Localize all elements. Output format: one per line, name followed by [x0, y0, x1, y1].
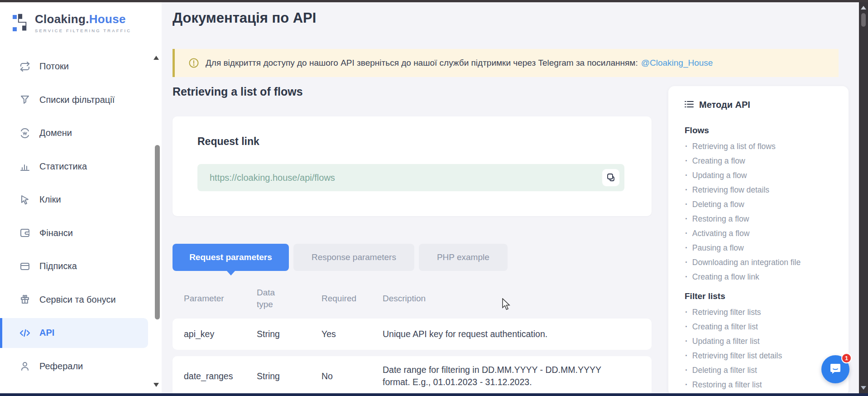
scroll-up-arrow[interactable] [861, 6, 866, 10]
logo-mark-icon [12, 12, 30, 36]
filter-icon [19, 94, 31, 105]
sidebar-item-clicks[interactable]: Кліки [0, 183, 162, 217]
sidebar-scroll-up-arrow[interactable] [153, 56, 159, 60]
sidebar-item-label: Сервіси та бонуси [39, 295, 116, 305]
method-link[interactable]: Activating a flow [668, 226, 849, 241]
flows-icon [19, 61, 31, 72]
section-title: Retrieving a list of flows [173, 85, 303, 98]
sidebar: Cloaking.House SERVICE FILTERING TRAFFIC… [0, 2, 162, 393]
methods-group-flows: Flows [685, 126, 849, 135]
sidebar-item-label: Статистика [39, 161, 87, 172]
request-url-box: https://cloaking.house/api/flows [197, 164, 624, 191]
table-row: date_ranges String No Date range for fil… [173, 356, 652, 396]
cell-parameter: api_key [184, 329, 257, 339]
method-link[interactable]: Creating a flow [668, 154, 849, 168]
column-header-parameter: Parameter [184, 294, 257, 304]
cell-data-type: String [257, 329, 321, 339]
sidebar-item-subscription[interactable]: Підписка [0, 250, 162, 283]
sidebar-item-label: Списки фільтрації [39, 95, 115, 105]
table-header: Parameter Data type Required Description [173, 279, 652, 319]
tab-request-parameters[interactable]: Request parameters [173, 244, 289, 271]
method-link[interactable]: Retrieving flow details [668, 183, 849, 197]
parameter-tabs: Request parameters Response parameters P… [173, 244, 508, 271]
request-url: https://cloaking.house/api/flows [210, 173, 335, 183]
request-link-title: Request link [197, 135, 259, 148]
cell-description: Unique API key for request authenticatio… [383, 328, 652, 340]
methods-list-flows: Retrieving a list of flows Creating a fl… [668, 139, 849, 284]
column-header-required: Required [321, 294, 383, 304]
copy-icon [606, 173, 615, 183]
method-link[interactable]: Retrieving filter lists [668, 305, 849, 319]
api-methods-header: Методи API [685, 100, 849, 110]
clicks-icon [19, 194, 31, 205]
logo[interactable]: Cloaking.House SERVICE FILTERING TRAFFIC [12, 12, 131, 36]
scrollbar-thumb[interactable] [861, 13, 866, 27]
page-scrollbar[interactable] [859, 2, 868, 393]
method-link[interactable]: Creating a filter list [668, 319, 849, 334]
tab-response-parameters[interactable]: Response parameters [293, 244, 414, 271]
method-link[interactable]: Creating a flow link [668, 270, 849, 284]
table-row: api_key String Yes Unique API key for re… [173, 319, 652, 350]
sidebar-scrollbar-thumb[interactable] [155, 145, 160, 319]
chat-icon [828, 361, 843, 377]
telegram-link[interactable]: @Cloaking_House [641, 58, 713, 68]
person-icon [19, 361, 31, 372]
brand-name: Cloaking.House [35, 12, 131, 26]
finances-icon [19, 227, 31, 238]
method-link[interactable]: Pausing a flow [668, 241, 849, 255]
api-methods-title: Методи API [699, 100, 750, 110]
gift-icon [19, 294, 31, 305]
scroll-down-arrow[interactable] [861, 386, 866, 390]
methods-group-filter-lists: Filter lists [685, 291, 849, 301]
sidebar-scroll-down-arrow[interactable] [153, 383, 159, 387]
method-link[interactable]: Retrieving filter list details [668, 348, 849, 363]
method-link[interactable]: Downloading an integration file [668, 255, 849, 270]
sidebar-item-label: Реферали [39, 361, 83, 372]
sidebar-item-referrals[interactable]: Реферали [0, 350, 162, 383]
method-link[interactable]: Restoring a flow [668, 212, 849, 226]
sidebar-item-flows[interactable]: Потоки [0, 50, 162, 83]
tab-php-example[interactable]: PHP example [419, 244, 508, 271]
sidebar-item-label: Кліки [39, 194, 61, 205]
sidebar-item-domains[interactable]: Домени [0, 116, 162, 150]
page-title: Документація по API [173, 10, 316, 26]
method-link[interactable]: Deleting a flow [668, 197, 849, 212]
cell-description: Date range for filtering in DD.MM.YYYY -… [383, 364, 652, 389]
method-link[interactable]: Retrieving a list of flows [668, 139, 849, 154]
sidebar-item-api[interactable]: API [0, 316, 162, 350]
column-header-description: Description [383, 294, 652, 304]
sidebar-item-label: Підписка [39, 261, 77, 271]
sidebar-item-statistics[interactable]: Статистика [0, 150, 162, 184]
copy-button[interactable] [602, 169, 619, 186]
cell-required: No [321, 371, 383, 382]
chat-unread-badge: 1 [841, 353, 852, 363]
statistics-icon [19, 161, 31, 172]
code-icon [19, 328, 31, 338]
window-bottom-bar [0, 393, 868, 396]
chat-widget-button[interactable]: 1 [821, 355, 849, 383]
sidebar-item-filter-lists[interactable]: Списки фільтрації [0, 83, 162, 117]
sidebar-item-finances[interactable]: Фінанси [0, 217, 162, 250]
subscription-icon [19, 261, 31, 272]
cell-parameter: date_ranges [184, 371, 257, 382]
logo-text: Cloaking.House SERVICE FILTERING TRAFFIC [35, 12, 131, 33]
warning-icon [188, 58, 199, 68]
sidebar-item-label: Потоки [39, 61, 69, 72]
app-window: Cloaking.House SERVICE FILTERING TRAFFIC… [0, 0, 868, 396]
method-link[interactable]: Updating a filter list [668, 334, 849, 348]
list-icon [685, 100, 694, 110]
brand-tagline: SERVICE FILTERING TRAFFIC [35, 28, 131, 33]
window-top-bar [0, 0, 868, 2]
method-link[interactable]: Restoring a filter list [668, 377, 849, 392]
notice-text: Для відкриття доступу до нашого API звер… [206, 58, 638, 68]
sidebar-nav: Потоки Списки фільтрації Домени [0, 50, 162, 383]
method-link[interactable]: Updating a flow [668, 168, 849, 183]
sidebar-item-label: Домени [39, 128, 72, 138]
sidebar-item-services[interactable]: Сервіси та бонуси [0, 283, 162, 317]
request-link-card: Request link https://cloaking.house/api/… [173, 116, 652, 216]
domains-icon [19, 128, 31, 139]
notice-banner: Для відкриття доступу до нашого API звер… [173, 49, 839, 77]
methods-list-filter-lists: Retrieving filter lists Creating a filte… [668, 305, 849, 392]
sidebar-item-label: API [39, 328, 54, 338]
sidebar-item-label: Фінанси [39, 228, 73, 238]
